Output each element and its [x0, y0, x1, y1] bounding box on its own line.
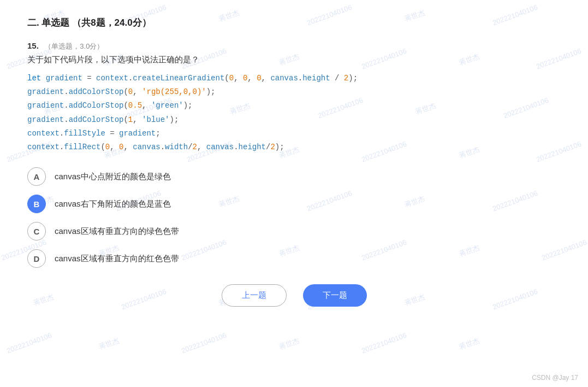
- option-a[interactable]: A canvas中心点附近的颜色是绿色: [27, 167, 561, 186]
- code-line-4: gradient.addColorStop(1, 'blue');: [27, 113, 561, 127]
- section-title: 二. 单选题 （共8题，24.0分）: [27, 16, 561, 29]
- footer-note: CSDN @Jay 17: [532, 374, 578, 382]
- option-b-circle: B: [27, 195, 46, 213]
- question-type: （单选题，3.0分）: [44, 42, 104, 50]
- prev-button[interactable]: 上一题: [222, 284, 287, 307]
- option-b[interactable]: B canvas右下角附近的颜色是蓝色: [27, 195, 561, 213]
- code-line-2: gradient.addColorStop(0, 'rgb(255,0,0)')…: [27, 85, 561, 99]
- option-d[interactable]: D canvas区域有垂直方向的红色色带: [27, 249, 561, 268]
- next-button[interactable]: 下一题: [303, 284, 367, 307]
- code-line-6: context.fillRect(0, 0, canvas.width/2, c…: [27, 140, 561, 154]
- option-c[interactable]: C canvas区域有垂直方向的绿色色带: [27, 222, 561, 241]
- main-content: 二. 单选题 （共8题，24.0分） 15. （单选题，3.0分） 关于如下代码…: [0, 0, 588, 318]
- option-c-circle: C: [27, 222, 46, 241]
- question-text: 关于如下代码片段，以下选项中说法正确的是？: [27, 55, 561, 65]
- option-c-text: canvas区域有垂直方向的绿色色带: [55, 226, 179, 237]
- code-line-1: let gradient = context.createLinearGradi…: [27, 72, 561, 85]
- nav-buttons: 上一题 下一题: [27, 284, 561, 307]
- code-line-3: gradient.addColorStop(0.5, 'green');: [27, 99, 561, 113]
- option-a-text: canvas中心点附近的颜色是绿色: [55, 172, 171, 182]
- question-number: 15.: [27, 41, 39, 50]
- option-a-circle: A: [27, 167, 46, 186]
- options-container: A canvas中心点附近的颜色是绿色 B canvas右下角附近的颜色是蓝色 …: [27, 167, 561, 268]
- option-d-circle: D: [27, 249, 46, 268]
- option-b-text: canvas右下角附近的颜色是蓝色: [55, 199, 171, 209]
- code-line-5: context.fillStyle = gradient;: [27, 127, 561, 140]
- code-block: let gradient = context.createLinearGradi…: [27, 72, 561, 154]
- option-d-text: canvas区域有垂直方向的红色色带: [55, 254, 179, 264]
